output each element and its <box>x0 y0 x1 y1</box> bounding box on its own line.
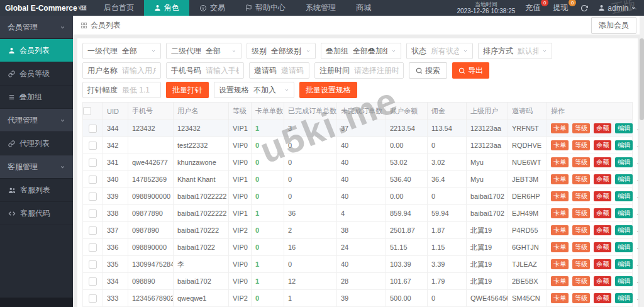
edit-button[interactable]: 编辑 <box>615 208 633 218</box>
filter-sort-select[interactable]: 排序方式 默认排序 <box>478 43 552 59</box>
withdraw-link[interactable]: 提现 0 <box>553 3 570 13</box>
search-button[interactable]: 搜索 <box>409 62 447 79</box>
row-checkbox[interactable] <box>89 159 97 167</box>
edit-button[interactable]: 编辑 <box>615 157 633 167</box>
edit-button[interactable]: 编辑 <box>615 225 633 235</box>
level-button[interactable]: 等级 <box>572 242 590 252</box>
edit-button[interactable]: 编辑 <box>615 191 633 201</box>
row-checkbox[interactable] <box>89 193 97 201</box>
filter-status-select[interactable]: 状态 所有状态 <box>406 43 473 59</box>
level-button[interactable]: 等级 <box>572 191 590 201</box>
cell-stuck-orders: 0 <box>252 171 284 188</box>
nav-item-system[interactable]: 系统管理 <box>296 0 346 16</box>
edit-button[interactable]: 编辑 <box>615 293 633 303</box>
level-button[interactable]: 等级 <box>572 225 590 235</box>
row-checkbox[interactable] <box>89 142 97 150</box>
sidebar-item-agent-list[interactable]: 代理列表 <box>0 132 73 155</box>
row-checkbox[interactable] <box>89 176 97 184</box>
level-button[interactable]: 等级 <box>572 140 590 150</box>
balance-button[interactable]: 余额 <box>594 259 611 269</box>
stuck-order-button[interactable]: 卡单 <box>551 174 569 184</box>
edit-button[interactable]: 编辑 <box>615 259 633 269</box>
balance-button[interactable]: 余额 <box>594 123 611 133</box>
level-button[interactable]: 等级 <box>572 293 590 303</box>
nav-item-home[interactable]: 后台首页 <box>94 0 144 16</box>
row-checkbox[interactable] <box>89 226 97 235</box>
stuck-order-button[interactable]: 卡单 <box>551 157 569 167</box>
sidebar-group-member-mgmt[interactable]: 会员管理 <box>0 16 73 39</box>
stuck-order-button[interactable]: 卡单 <box>551 225 569 235</box>
edit-button[interactable]: 编辑 <box>615 242 633 252</box>
level-button[interactable]: 等级 <box>572 208 590 218</box>
hamburger-menu-icon[interactable] <box>73 0 94 16</box>
nav-item-trade[interactable]: 交易 <box>189 0 235 16</box>
filter-agent1-select[interactable]: 一级代理 全部 <box>82 43 161 59</box>
edit-button[interactable]: 编辑 <box>615 140 633 150</box>
cell-commission: 36.4 <box>428 171 467 188</box>
username-input[interactable] <box>122 66 156 75</box>
spec-select[interactable]: 设置规格 不加入 <box>214 82 294 98</box>
balance-button[interactable]: 余额 <box>594 242 611 252</box>
row-checkbox[interactable] <box>89 277 97 286</box>
row-checkbox[interactable] <box>89 209 97 218</box>
row-checkbox[interactable] <box>89 260 97 269</box>
register-time-input[interactable] <box>354 66 399 75</box>
injection-range-input[interactable] <box>122 86 156 94</box>
add-member-button[interactable]: 添加会员 <box>591 17 636 34</box>
admin-menu[interactable]: admin <box>598 4 636 13</box>
cell-uid: 335 <box>103 256 128 273</box>
edit-button[interactable]: 编辑 <box>615 174 633 184</box>
invite-code-input[interactable] <box>281 66 304 75</box>
row-checkbox[interactable] <box>89 294 97 303</box>
export-icon <box>458 67 465 74</box>
balance-button[interactable]: 余额 <box>594 225 611 235</box>
balance-button[interactable]: 余额 <box>594 140 611 150</box>
row-checkbox[interactable] <box>89 125 97 133</box>
stuck-order-button[interactable]: 卡单 <box>551 293 569 303</box>
stuck-order-button[interactable]: 卡单 <box>551 191 569 201</box>
select-all-checkbox[interactable] <box>83 107 91 115</box>
balance-button[interactable]: 余额 <box>594 293 611 303</box>
edit-button[interactable]: 编辑 <box>615 123 633 133</box>
edit-button[interactable]: 编辑 <box>615 276 633 286</box>
row-checkbox[interactable] <box>89 243 97 252</box>
nav-item-roles[interactable]: 角色 <box>144 0 189 16</box>
phone-input[interactable] <box>206 66 239 75</box>
nav-item-help-center[interactable]: 帮助中心 <box>235 0 296 16</box>
stuck-order-button[interactable]: 卡单 <box>551 242 569 252</box>
sidebar-item-stack-group[interactable]: 叠加组 <box>0 86 73 109</box>
cell-level: VIP0 <box>229 256 252 273</box>
stuck-order-button[interactable]: 卡单 <box>551 140 569 150</box>
sidebar-item-member-list[interactable]: 会员列表 <box>0 39 73 62</box>
balance-button[interactable]: 余额 <box>594 157 611 167</box>
level-button[interactable]: 等级 <box>572 174 590 184</box>
bulk-injection-button[interactable]: 批量打针 <box>166 82 209 98</box>
stuck-order-button[interactable]: 卡单 <box>551 259 569 269</box>
balance-button[interactable]: 余额 <box>594 191 611 201</box>
filter-stack-group-select[interactable]: 叠加组 全部叠加组 <box>321 43 401 59</box>
sidebar-group-service-mgmt[interactable]: 客服管理 <box>0 155 73 179</box>
level-button[interactable]: 等级 <box>572 259 590 269</box>
filter-agent2-select[interactable]: 二级代理 全部 <box>166 43 242 59</box>
nav-item-mall[interactable]: 商城 <box>346 0 381 16</box>
level-button[interactable]: 等级 <box>572 276 590 286</box>
stuck-order-button[interactable]: 卡单 <box>551 123 569 133</box>
recharge-link[interactable]: 充值 0 <box>525 3 543 13</box>
sidebar-group-agent-mgmt[interactable]: 代理管理 <box>0 109 73 132</box>
scrollbar-thumb[interactable] <box>640 38 644 120</box>
stuck-order-button[interactable]: 卡单 <box>551 276 569 286</box>
balance-button[interactable]: 余额 <box>594 208 611 218</box>
sidebar-item-service-list[interactable]: 客服列表 <box>0 179 73 202</box>
filter-level-select[interactable]: 级别 全部级别 <box>247 43 316 59</box>
export-button[interactable]: 导出 <box>452 62 489 79</box>
sidebar-item-service-code[interactable]: 客服代码 <box>0 202 73 225</box>
level-button[interactable]: 等级 <box>572 157 590 167</box>
cell-phone: 098890 <box>128 273 174 290</box>
sidebar-item-member-level[interactable]: 会员等级 <box>0 62 73 86</box>
level-button[interactable]: 等级 <box>572 123 590 133</box>
refresh-icon[interactable] <box>580 4 588 12</box>
bulk-spec-button[interactable]: 批量设置规格 <box>299 82 357 98</box>
balance-button[interactable]: 余额 <box>594 174 611 184</box>
balance-button[interactable]: 余额 <box>594 276 611 286</box>
stuck-order-button[interactable]: 卡单 <box>551 208 569 218</box>
